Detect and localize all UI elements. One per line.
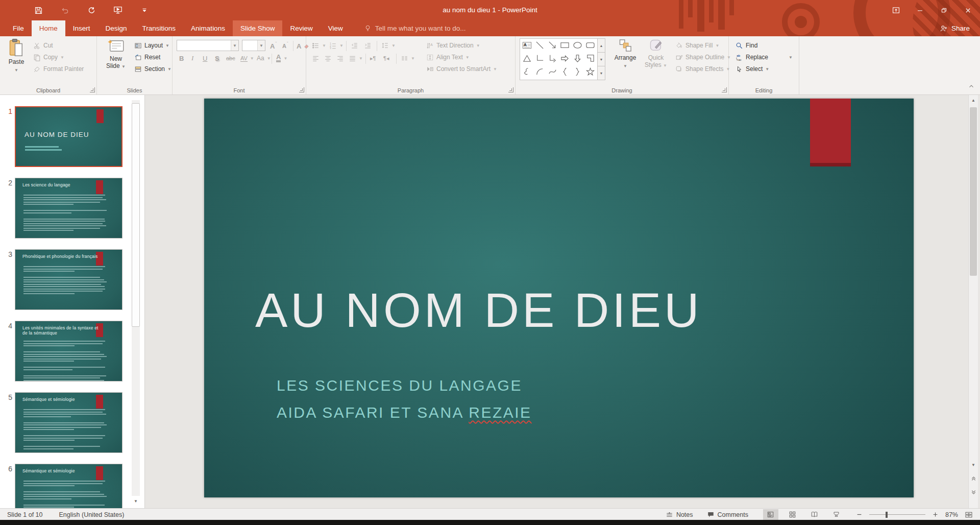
share-button[interactable]: Share — [936, 20, 974, 36]
shape-arrow[interactable] — [548, 40, 557, 52]
close-button[interactable] — [956, 0, 980, 20]
shape-arrowright[interactable] — [560, 54, 570, 65]
slide-subtitle-text[interactable]: LES SCIENCES DU LANGAGE AIDA SAFARI ET S… — [277, 377, 532, 431]
tab-file[interactable]: File — [5, 20, 32, 36]
shape-textbox[interactable]: A — [522, 40, 532, 52]
text-direction-button[interactable]: AText Direction▼ — [425, 40, 482, 51]
main-scrollbar-thumb[interactable] — [970, 107, 977, 276]
shape-arc[interactable] — [535, 67, 545, 78]
character-spacing-button[interactable]: AV▼ — [239, 53, 256, 64]
tab-home[interactable]: Home — [32, 20, 65, 36]
ribbon-display-options-button[interactable] — [884, 0, 908, 20]
rtl-direction-button[interactable]: ¶◂ — [382, 53, 390, 64]
shape-fill-button[interactable]: Shape Fill▼ — [674, 40, 721, 51]
thumbnail-scroll-down-button[interactable]: ▼ — [132, 497, 140, 505]
new-slide-button[interactable]: NewSlide ▼ — [101, 38, 131, 70]
text-shadow-button[interactable]: S — [213, 53, 221, 64]
line-spacing-button[interactable]: ▼ — [380, 40, 397, 51]
shape-line[interactable] — [535, 40, 545, 52]
tab-view[interactable]: View — [321, 20, 351, 36]
convert-smartart-button[interactable]: Convert to SmartArt▼ — [425, 63, 499, 75]
arrange-button[interactable]: Arrange ▼ — [610, 38, 640, 70]
shape-triangle[interactable] — [522, 54, 532, 65]
view-slideshow-button[interactable] — [829, 509, 844, 520]
shape-effects-button[interactable]: Shape Effects▼ — [674, 63, 731, 75]
slide-thumbnail-6[interactable]: Sémantique et sémiologie — [15, 464, 122, 508]
bold-button[interactable]: B — [178, 53, 185, 64]
language-indicator[interactable]: English (United States) — [59, 511, 125, 518]
shape-oval[interactable] — [573, 40, 582, 52]
scroll-down-button[interactable]: ▼ — [969, 461, 978, 469]
paragraph-dialog-launcher[interactable] — [508, 87, 513, 92]
zoom-slider[interactable] — [869, 509, 925, 520]
bullets-button[interactable]: ▼ — [310, 40, 328, 51]
comments-button[interactable]: Comments — [707, 511, 748, 518]
shape-scribble[interactable] — [522, 67, 532, 78]
grow-font-button[interactable]: Aˆ — [268, 40, 280, 52]
view-slide-sorter-button[interactable] — [785, 509, 800, 520]
align-center-button[interactable] — [323, 53, 333, 64]
view-reading-button[interactable] — [807, 509, 822, 520]
shape-roundrect[interactable] — [585, 40, 595, 52]
font-color-button[interactable]: A▼ — [275, 53, 289, 64]
tab-design[interactable]: Design — [98, 20, 135, 36]
shape-outline-button[interactable]: Shape Outline▼ — [674, 52, 732, 63]
change-case-button[interactable]: Aa▼ — [255, 53, 273, 64]
align-right-button[interactable] — [335, 53, 346, 64]
zoom-slider-thumb[interactable] — [886, 512, 888, 518]
next-slide-button[interactable] — [969, 488, 978, 497]
cut-button[interactable]: Cut — [32, 40, 55, 51]
shape-elbowarrow[interactable] — [548, 54, 557, 65]
tell-me-box[interactable]: Tell me what you want to do... — [364, 20, 466, 36]
shape-corner[interactable] — [585, 54, 595, 65]
decrease-indent-button[interactable] — [349, 40, 360, 51]
slide-thumbnail-1[interactable]: AU NOM DE DIEU — [15, 106, 122, 167]
shape-scroll-up-button[interactable]: ▲ — [598, 39, 605, 53]
slide-thumbnail-3[interactable]: Phonétique et phonologie du français — [15, 249, 122, 310]
tab-slide-show[interactable]: Slide Show — [233, 20, 283, 36]
shape-braceleft[interactable] — [560, 67, 570, 78]
slide-thumbnail-2[interactable]: Les science du langage — [15, 178, 122, 238]
numbering-button[interactable]: 123▼ — [328, 40, 345, 51]
columns-button[interactable]: ▼ — [399, 53, 416, 64]
font-name-combo[interactable]: ▼ — [177, 40, 239, 51]
shape-star[interactable] — [585, 67, 595, 78]
copy-button[interactable]: Copy▼ — [32, 52, 66, 63]
thumbnail-scrollbar-thumb[interactable] — [132, 103, 140, 327]
italic-button[interactable]: I — [190, 53, 195, 64]
slide-number-indicator[interactable]: Slide 1 of 10 — [7, 511, 43, 518]
shape-curve[interactable] — [548, 67, 557, 78]
find-button[interactable]: Find — [734, 40, 759, 51]
shape-gallery-more-button[interactable]: ▼ — [598, 66, 605, 80]
shrink-font-button[interactable]: Aˇ — [281, 40, 292, 52]
underline-button[interactable]: U — [201, 53, 209, 64]
scroll-up-button[interactable]: ▲ — [969, 96, 978, 105]
shape-elbow[interactable] — [535, 54, 545, 65]
tab-review[interactable]: Review — [282, 20, 320, 36]
ltr-direction-button[interactable]: ▸¶ — [369, 53, 377, 64]
slide-thumbnail-4[interactable]: Les unités minimales de la syntaxe et de… — [15, 321, 122, 381]
replace-button[interactable]: abacReplace▼ — [734, 52, 794, 63]
font-size-combo[interactable]: ▼ — [242, 40, 265, 51]
zoom-in-button[interactable] — [932, 511, 939, 518]
fit-to-window-button[interactable] — [965, 511, 973, 519]
select-button[interactable]: Select▼ — [734, 63, 771, 75]
drawing-dialog-launcher[interactable] — [722, 87, 727, 92]
zoom-level-label[interactable]: 87% — [945, 511, 958, 518]
align-text-button[interactable]: Align Text▼ — [425, 52, 471, 63]
slide-canvas[interactable]: AU NOM DE DIEU LES SCIENCES DU LANGAGE A… — [204, 99, 914, 497]
slide-title-text[interactable]: AU NOM DE DIEU — [255, 282, 702, 338]
tab-animations[interactable]: Animations — [183, 20, 233, 36]
notes-button[interactable]: Notes — [666, 511, 693, 518]
strikethrough-button[interactable]: abc — [225, 53, 237, 64]
view-normal-button[interactable] — [763, 509, 778, 520]
collapse-ribbon-button[interactable] — [968, 83, 975, 91]
shape-braceright[interactable] — [573, 67, 582, 78]
slide-accent-rectangle[interactable] — [810, 99, 851, 166]
tab-insert[interactable]: Insert — [65, 20, 98, 36]
increase-indent-button[interactable] — [362, 40, 373, 51]
clipboard-dialog-launcher[interactable] — [90, 87, 95, 92]
reset-button[interactable]: Reset — [133, 52, 162, 63]
justify-button[interactable]: ▼ — [347, 53, 364, 64]
format-painter-button[interactable]: Format Painter — [32, 63, 85, 75]
